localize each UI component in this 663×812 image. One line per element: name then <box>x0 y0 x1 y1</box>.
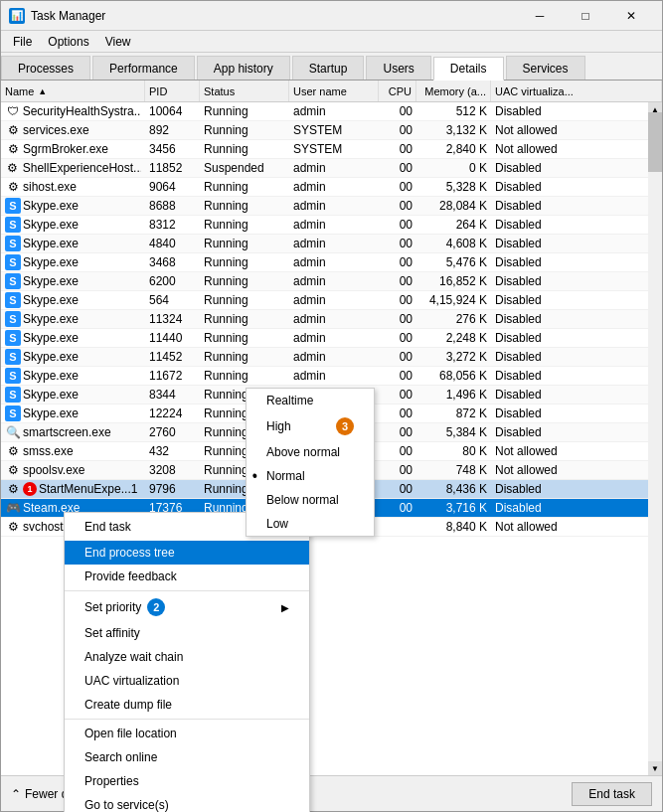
priority-high[interactable]: High 3 <box>247 412 374 440</box>
process-icon: 🔍 <box>5 424 21 440</box>
table-cell: Disabled <box>491 292 662 308</box>
table-cell: 872 K <box>416 406 491 421</box>
priority-above-normal[interactable]: Above normal <box>247 440 374 464</box>
tab-details[interactable]: Details <box>433 57 504 81</box>
close-button[interactable]: ✕ <box>608 1 654 31</box>
table-row[interactable]: ⚙ShellExperienceHost...11852Suspendedadm… <box>1 159 662 178</box>
minimize-button[interactable]: ─ <box>517 1 563 31</box>
ctx-end-process-tree[interactable]: End process tree <box>65 541 309 565</box>
process-name: SgrmBroker.exe <box>23 142 108 156</box>
ctx-properties[interactable]: Properties <box>65 769 309 793</box>
end-task-button[interactable]: End task <box>572 782 652 806</box>
table-row[interactable]: SSkype.exe564Runningadmin004,15,924 KDis… <box>1 291 662 310</box>
ctx-provide-feedback-label: Provide feedback <box>84 569 177 583</box>
ctx-search-online-label: Search online <box>84 750 157 764</box>
table-row[interactable]: SSkype.exe4840Runningadmin004,608 KDisab… <box>1 235 662 253</box>
table-row[interactable]: ⚙sihost.exe9064Runningadmin005,328 KDisa… <box>1 178 662 197</box>
table-cell: Running <box>200 198 289 214</box>
table-row[interactable]: SSkype.exe8688Runningadmin0028,084 KDisa… <box>1 197 662 216</box>
table-cell: 892 <box>145 122 200 138</box>
table-cell: admin <box>289 368 379 384</box>
table-cell: 00 <box>379 443 416 459</box>
table-cell: 28,084 K <box>416 198 491 214</box>
table-cell: Disabled <box>491 160 662 176</box>
table-row[interactable]: 🛡SecurityHealthSystra...10064Runningadmi… <box>1 102 662 121</box>
table-cell: 00 <box>379 179 416 195</box>
scrollbar-track[interactable]: ▲ ▼ <box>648 102 662 775</box>
process-name: Skype.exe <box>23 218 79 232</box>
menu-view[interactable]: View <box>97 33 139 51</box>
col-header-user[interactable]: User name <box>289 81 379 101</box>
table-cell: 0 K <box>416 160 491 176</box>
table-header: Name ▲ PID Status User name CPU Memory (… <box>1 81 662 102</box>
table-cell: Not allowed <box>491 141 662 157</box>
col-header-pid[interactable]: PID <box>145 81 200 101</box>
col-header-uac[interactable]: UAC virtualiza... <box>491 81 662 101</box>
tab-users[interactable]: Users <box>366 56 430 80</box>
col-header-cpu[interactable]: CPU <box>379 81 416 101</box>
menu-file[interactable]: File <box>5 33 40 51</box>
ctx-open-file-label: Open file location <box>84 727 177 740</box>
process-name: ShellExperienceHost... <box>23 161 141 175</box>
table-cell: 00 <box>379 387 416 403</box>
tab-processes[interactable]: Processes <box>1 56 90 80</box>
table-cell: 8312 <box>145 217 200 233</box>
col-header-status[interactable]: Status <box>200 81 289 101</box>
table-cell: 5,384 K <box>416 424 491 440</box>
ctx-open-file-location[interactable]: Open file location <box>65 722 309 745</box>
tab-startup[interactable]: Startup <box>292 56 365 80</box>
table-row[interactable]: SSkype.exe11324Runningadmin00276 KDisabl… <box>1 310 662 329</box>
table-cell: 512 K <box>416 103 491 119</box>
table-cell: 2,248 K <box>416 330 491 346</box>
priority-realtime[interactable]: Realtime <box>247 389 374 412</box>
ctx-create-dump-label: Create dump file <box>84 698 172 712</box>
priority-normal[interactable]: • Normal <box>247 464 374 488</box>
menu-options[interactable]: Options <box>40 33 96 51</box>
table-cell: 00 <box>379 349 416 365</box>
process-icon: S <box>5 292 21 308</box>
fewer-details-icon: ⌃ <box>11 787 21 801</box>
process-icon: S <box>5 254 21 270</box>
process-name: SecurityHealthSystra... <box>23 104 141 118</box>
ctx-set-priority[interactable]: Set priority 2 ▶ <box>65 593 309 621</box>
table-row[interactable]: SSkype.exe11672Runningadmin0068,056 KDis… <box>1 367 662 386</box>
table-cell: 4,608 K <box>416 236 491 251</box>
col-header-memory[interactable]: Memory (a... <box>416 81 491 101</box>
ctx-provide-feedback[interactable]: Provide feedback <box>65 565 309 588</box>
ctx-uac-virtualization[interactable]: UAC virtualization <box>65 669 309 693</box>
table-row[interactable]: SSkype.exe11440Runningadmin002,248 KDisa… <box>1 329 662 348</box>
process-icon: S <box>5 217 21 233</box>
col-header-name[interactable]: Name ▲ <box>1 81 145 101</box>
ctx-analyze-wait-chain[interactable]: Analyze wait chain <box>65 645 309 669</box>
tab-app-history[interactable]: App history <box>197 56 290 80</box>
scroll-down[interactable]: ▼ <box>648 761 662 775</box>
priority-below-normal[interactable]: Below normal <box>247 488 374 512</box>
table-row[interactable]: SSkype.exe8312Runningadmin00264 KDisable… <box>1 216 662 235</box>
table-cell: Disabled <box>491 217 662 233</box>
ctx-create-dump[interactable]: Create dump file <box>65 693 309 717</box>
table-cell: Not allowed <box>491 443 662 459</box>
ctx-search-online[interactable]: Search online <box>65 745 309 769</box>
table-row[interactable]: SSkype.exe3468Runningadmin005,476 KDisab… <box>1 253 662 272</box>
tab-services[interactable]: Services <box>506 56 585 80</box>
priority-normal-label: Normal <box>266 469 305 483</box>
maximize-button[interactable]: □ <box>563 1 608 31</box>
process-name: Skype.exe <box>23 369 79 383</box>
table-cell: Running <box>200 122 289 138</box>
scrollbar-thumb[interactable] <box>648 112 662 172</box>
ctx-set-affinity[interactable]: Set affinity <box>65 621 309 645</box>
process-name: StartMenuExpe...1 <box>39 482 137 496</box>
table-row[interactable]: ⚙services.exe892RunningSYSTEM003,132 KNo… <box>1 121 662 140</box>
table-row[interactable]: ⚙SgrmBroker.exe3456RunningSYSTEM002,840 … <box>1 140 662 159</box>
table-row[interactable]: SSkype.exe11452Runningadmin003,272 KDisa… <box>1 348 662 367</box>
ctx-go-to-service[interactable]: Go to service(s) <box>65 793 309 812</box>
table-cell: Disabled <box>491 406 662 421</box>
table-cell: Disabled <box>491 311 662 327</box>
process-icon: ⚙ <box>5 462 21 478</box>
tab-performance[interactable]: Performance <box>92 56 195 80</box>
table-cell: 11440 <box>145 330 200 346</box>
table-cell: Disabled <box>491 349 662 365</box>
priority-low[interactable]: Low <box>247 512 374 536</box>
sort-indicator: ▲ <box>38 86 47 96</box>
table-row[interactable]: SSkype.exe6200Runningadmin0016,852 KDisa… <box>1 272 662 291</box>
